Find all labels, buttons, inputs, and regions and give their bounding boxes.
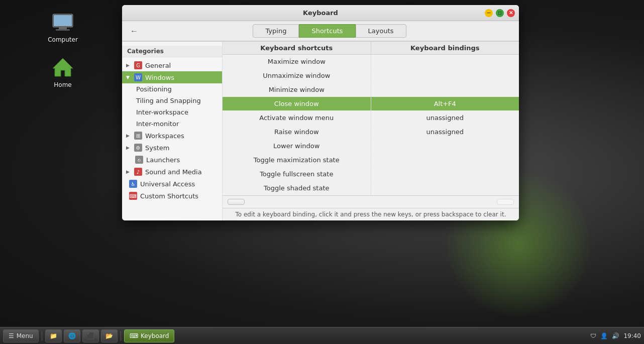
- icon-launchers: ⎋: [135, 156, 143, 164]
- shortcut-row-toggle-shaded[interactable]: Toggle shaded state: [223, 181, 371, 195]
- shortcut-row-activate-menu[interactable]: Activate window menu: [223, 111, 371, 125]
- binding-row-unmaximize[interactable]: [371, 69, 519, 83]
- menu-button[interactable]: ☰ Menu: [3, 329, 39, 342]
- hint-text: To edit a keyboard binding, click it and…: [236, 211, 506, 218]
- sidebar-item-inter-monitor[interactable]: Inter-monitor: [122, 118, 222, 130]
- sidebar-item-positioning[interactable]: Positioning: [122, 83, 222, 95]
- back-button[interactable]: ←: [127, 26, 141, 37]
- desktop-icon-home-label: Home: [54, 81, 71, 88]
- arrow-windows: ▼: [126, 75, 131, 80]
- binding-row-raise[interactable]: unassigned: [371, 125, 519, 139]
- binding-row-toggle-fullscreen[interactable]: [371, 167, 519, 181]
- toolbar: ← Typing Shortcuts Layouts: [122, 21, 519, 41]
- icon-universal: ♿: [129, 180, 137, 188]
- binding-row-close[interactable]: Alt+F4: [371, 97, 519, 111]
- shortcuts-column: Maximize window Unmaximize window Minimi…: [223, 55, 371, 195]
- desktop-icon-home[interactable]: Home: [43, 55, 83, 88]
- icon-workspaces: ⊞: [134, 132, 142, 140]
- shortcut-row-toggle-max[interactable]: Toggle maximization state: [223, 153, 371, 167]
- taskbar-clock: 19:40: [623, 332, 641, 339]
- sidebar-label-universal: Universal Access: [140, 180, 195, 188]
- sidebar-item-launchers[interactable]: ⎋ Launchers: [122, 154, 222, 166]
- shortcut-row-maximize[interactable]: Maximize window: [223, 55, 371, 69]
- sidebar-item-system[interactable]: ▶ ⚙ System: [122, 142, 222, 154]
- sidebar-label-sound: Sound and Media: [145, 168, 202, 176]
- taskbar-audio-icon: 🔊: [612, 332, 619, 339]
- minimize-button[interactable]: ─: [485, 9, 493, 17]
- binding-row-maximize[interactable]: [371, 55, 519, 69]
- sidebar-label-windows: Windows: [145, 74, 174, 81]
- terminal-icon: ⬛: [87, 332, 94, 339]
- icon-sound: ♪: [134, 168, 142, 176]
- sidebar-label-tiling: Tiling and Snapping: [136, 97, 201, 104]
- shortcut-row-minimize[interactable]: Minimize window: [223, 83, 371, 97]
- browser-icon: 🌐: [68, 332, 76, 339]
- binding-row-minimize[interactable]: [371, 83, 519, 97]
- taskbar-filemanager-button[interactable]: 📂: [101, 329, 118, 342]
- table-body: Maximize window Unmaximize window Minimi…: [223, 55, 519, 195]
- maximize-button[interactable]: □: [496, 9, 504, 17]
- close-button[interactable]: ✕: [507, 9, 515, 17]
- icon-general: G: [134, 61, 142, 69]
- binding-row-toggle-max[interactable]: [371, 153, 519, 167]
- col-header-shortcuts: Keyboard shortcuts: [223, 42, 371, 54]
- add-shortcut-button[interactable]: [228, 199, 245, 205]
- shortcut-row-raise[interactable]: Raise window: [223, 125, 371, 139]
- sidebar-item-general[interactable]: ▶ G General: [122, 59, 222, 71]
- taskbar-keyboard-button[interactable]: ⌨ Keyboard: [124, 329, 175, 342]
- sidebar-label-inter-workspace: Inter-workspace: [136, 108, 188, 116]
- icon-custom: ⌨: [129, 192, 137, 200]
- sidebar-item-sound[interactable]: ▶ ♪ Sound and Media: [122, 166, 222, 178]
- taskbar-terminal-button[interactable]: ⬛: [82, 329, 99, 342]
- arrow-workspaces: ▶: [126, 133, 131, 138]
- col-header-bindings: Keyboard bindings: [371, 42, 519, 54]
- menu-label: Menu: [17, 332, 33, 339]
- desktop-icon-computer[interactable]: Computer: [43, 10, 83, 43]
- right-content: Keyboard shortcuts Keyboard bindings Max…: [223, 42, 519, 220]
- svg-rect-3: [56, 29, 70, 31]
- taskbar-network-icon: 👤: [600, 332, 608, 339]
- taskbar-security-icon: 🛡: [590, 332, 596, 339]
- desktop-icon-computer-label: Computer: [48, 36, 78, 43]
- sidebar: Categories ▶ G General ▼ W Windows Posit…: [122, 42, 223, 220]
- shortcut-row-unmaximize[interactable]: Unmaximize window: [223, 69, 371, 83]
- titlebar: Keyboard ─ □ ✕: [122, 5, 519, 21]
- sidebar-item-workspaces[interactable]: ▶ ⊞ Workspaces: [122, 130, 222, 142]
- table-header: Keyboard shortcuts Keyboard bindings: [223, 42, 519, 55]
- sidebar-item-windows[interactable]: ▼ W Windows: [122, 71, 222, 83]
- sidebar-item-tiling[interactable]: Tiling and Snapping: [122, 95, 222, 106]
- sidebar-label-launchers: Launchers: [146, 156, 180, 164]
- tab-layouts[interactable]: Layouts: [356, 24, 406, 38]
- taskbar-files-button[interactable]: 📁: [45, 329, 62, 342]
- remove-shortcut-button[interactable]: [497, 199, 514, 205]
- icon-system: ⚙: [134, 144, 142, 152]
- svg-rect-1: [54, 15, 72, 26]
- files-icon: 📁: [50, 332, 57, 339]
- shortcut-row-close[interactable]: Close window: [223, 97, 371, 111]
- taskbar-separator: [42, 331, 42, 341]
- sidebar-item-custom[interactable]: ⌨ Custom Shortcuts: [122, 190, 222, 202]
- binding-row-lower[interactable]: [371, 139, 519, 153]
- filemanager-icon: 📂: [105, 332, 113, 339]
- sidebar-label-general: General: [145, 62, 171, 69]
- taskbar-separator-2: [121, 331, 121, 341]
- binding-row-activate-menu[interactable]: unassigned: [371, 111, 519, 125]
- taskbar-browser-button[interactable]: 🌐: [64, 329, 80, 342]
- arrow-general: ▶: [126, 63, 131, 68]
- sidebar-label-workspaces: Workspaces: [145, 132, 184, 140]
- binding-row-toggle-shaded[interactable]: [371, 181, 519, 195]
- arrow-sound: ▶: [126, 169, 131, 174]
- shortcut-row-toggle-fullscreen[interactable]: Toggle fullscreen state: [223, 167, 371, 181]
- tab-typing[interactable]: Typing: [253, 24, 299, 38]
- tab-bar: Typing Shortcuts Layouts: [253, 24, 406, 38]
- tab-shortcuts[interactable]: Shortcuts: [299, 24, 355, 38]
- shortcut-row-lower[interactable]: Lower window: [223, 139, 371, 153]
- hint-bar: To edit a keyboard binding, click it and…: [223, 208, 519, 220]
- sidebar-header: Categories: [122, 46, 222, 57]
- sidebar-item-universal[interactable]: ♿ Universal Access: [122, 178, 222, 190]
- sidebar-item-inter-workspace[interactable]: Inter-workspace: [122, 106, 222, 118]
- bindings-column: Alt+F4 unassigned unassigned: [371, 55, 519, 195]
- taskbar-right: 🛡 👤 🔊 19:40: [590, 332, 641, 339]
- window-title: Keyboard: [303, 9, 338, 17]
- sidebar-label-system: System: [145, 144, 169, 152]
